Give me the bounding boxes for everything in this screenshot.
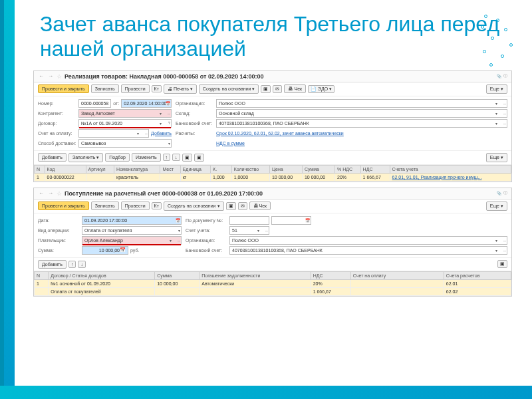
print-button[interactable]: 🖨 Печать ▾	[164, 84, 197, 94]
attach-icon-2[interactable]: 📎	[497, 191, 501, 196]
dt-kt-button-2[interactable]: Кт	[152, 202, 162, 209]
extra-btn-2-1[interactable]: ▣	[226, 202, 236, 210]
col-vat[interactable]: НДС	[360, 165, 390, 173]
nav-fwd-icon[interactable]: →	[47, 73, 54, 80]
grid-fill-button[interactable]: Заполнить ▾	[68, 153, 103, 162]
calc-link[interactable]: Срок 02.10.2020, 62.01, 62.02, зачет ава…	[216, 131, 507, 136]
col-unit[interactable]: Единица	[180, 165, 210, 173]
table-row[interactable]: 1 00-00000022 краситель кг 1,000 1,0000 …	[35, 173, 511, 181]
post-button[interactable]: Провести	[121, 84, 150, 93]
nav-fwd-icon-2[interactable]: →	[47, 190, 54, 197]
help-icon-2[interactable]: ⓘ	[503, 190, 507, 196]
grid-up-button-2[interactable]: ↑	[68, 261, 76, 268]
col2-contract[interactable]: Договор / Статья доходов	[49, 271, 155, 279]
col-art[interactable]: Артикул	[86, 165, 114, 173]
grid-pick-button[interactable]: Подбор	[105, 153, 130, 162]
bank-input[interactable]: 40703810013810100368, ПАО СБЕРБАНК▾⋅⋅	[216, 119, 507, 128]
contragent-value: Завод Автосвет	[81, 111, 115, 116]
grid-down-button-2[interactable]: ↓	[78, 261, 86, 268]
write-button[interactable]: Записать	[91, 84, 119, 93]
table-row[interactable]: Оплата от покупателей 1 666,67 62.02	[35, 287, 511, 295]
grid-paste-button[interactable]: ▣	[194, 154, 204, 162]
grid-extra-button[interactable]: ▣	[497, 260, 507, 268]
col-vatp[interactable]: % НДС	[335, 165, 361, 173]
org-input-2[interactable]: Полюс ООО▾⋅⋅	[229, 236, 507, 245]
docdate-input[interactable]: 📅	[271, 216, 311, 225]
col-code[interactable]: Код	[45, 165, 86, 173]
more-button[interactable]: Еще ▾	[486, 84, 507, 94]
calendar-icon[interactable]: 📅	[166, 101, 170, 106]
lbl-delivery: Способ доставки:	[38, 141, 74, 146]
grid-more-button[interactable]: Еще ▾	[486, 153, 507, 162]
grid-change-button[interactable]: Изменить	[132, 153, 161, 162]
delivery-input[interactable]: Самовывоз▾	[78, 139, 172, 148]
extra-btn-1[interactable]: ▣	[261, 85, 271, 93]
cell-vat: 1 666,67	[360, 173, 390, 181]
grid-up-button[interactable]: ↑	[163, 154, 171, 161]
cell2b-contract: Оплата от покупателей	[49, 287, 155, 295]
date-input-2[interactable]: 01.09.2020 17:00:00📅	[82, 216, 182, 225]
grid-add-button[interactable]: Добавить	[38, 153, 66, 162]
edo-button[interactable]: 📄 ЭДО ▾	[308, 85, 334, 93]
col-sum[interactable]: Сумма	[302, 165, 334, 173]
col2-vat[interactable]: НДС	[311, 271, 350, 279]
date-input[interactable]: 02.09.2020 14:00:00📅	[121, 99, 172, 108]
warehouse-input[interactable]: Основной склад▾⋅⋅	[216, 109, 507, 118]
table-row[interactable]: 1 №1 основной от 01.09.2020 10 000,00 Ав…	[35, 279, 511, 287]
col-price[interactable]: Цена	[269, 165, 302, 173]
more-button-2[interactable]: Еще ▾	[486, 201, 507, 211]
col2-accounts[interactable]: Счета расчетов	[444, 271, 511, 279]
lbl-org: Организация:	[176, 101, 212, 106]
contragent-input[interactable]: Завод Автосвет▾⋅⋅	[78, 109, 172, 118]
col-k[interactable]: К.	[211, 165, 232, 173]
col2-invoice[interactable]: Счет на оплату	[350, 271, 444, 279]
check-button-2[interactable]: 🖶 Чек	[249, 201, 271, 210]
docnum-input[interactable]	[229, 216, 269, 225]
cell2b-sum	[155, 287, 200, 295]
email-button[interactable]: ✉	[273, 85, 282, 93]
create-based-button-2[interactable]: Создать на основании ▾	[164, 201, 224, 211]
bank-input-2[interactable]: 40703810013810100368, ПАО СБЕРБАНК▾⋅⋅	[229, 246, 507, 255]
invoice-input[interactable]: ▾⋅⋅	[78, 129, 149, 138]
grid-down-button[interactable]: ↓	[172, 154, 180, 161]
fill-label: Заполнить	[72, 155, 95, 160]
cell-acc[interactable]: 62.01, 91.01, Реализация прочего имущ...	[392, 175, 482, 180]
star-icon-2[interactable]: ☆	[57, 190, 62, 197]
check-button[interactable]: 🖶 Чек	[284, 84, 306, 93]
doc1-header: ← → ☆ Реализация товаров: Накладная 0000…	[34, 71, 511, 82]
calendar-icon-2[interactable]: 📅	[176, 218, 180, 223]
attach-icon[interactable]: 📎	[497, 74, 501, 78]
post-close-button[interactable]: Провести и закрыть	[38, 84, 89, 93]
col-qty[interactable]: Количество	[231, 165, 269, 173]
acc-input[interactable]: 51▾⋅⋅	[229, 226, 269, 235]
op-input[interactable]: Оплата от покупателя▾	[82, 226, 182, 235]
grid-copy-button[interactable]: ▣	[182, 154, 192, 162]
number-input[interactable]: 0000-000058	[78, 99, 111, 108]
contract-input[interactable]: №1А от 01.09.2020▾?	[78, 119, 172, 128]
nav-back-icon[interactable]: ←	[38, 73, 45, 80]
dt-kt-button[interactable]: Кт	[152, 85, 162, 92]
star-icon[interactable]: ☆	[57, 73, 62, 80]
post-button-2[interactable]: Провести	[121, 201, 150, 210]
col-acc[interactable]: Счета учета	[390, 165, 511, 173]
sum-input[interactable]: 10 000,00 📅	[82, 246, 128, 255]
vat-link[interactable]: НДС в сумме	[216, 141, 507, 146]
lbl-bank: Банковский счет:	[176, 121, 212, 126]
col-n[interactable]: N	[35, 165, 45, 173]
col2-sum[interactable]: Сумма	[155, 271, 200, 279]
col2-repay[interactable]: Погашение задолженности	[200, 271, 311, 279]
col2-n[interactable]: N	[35, 271, 49, 279]
grid-add-button-2[interactable]: Добавить	[38, 260, 66, 269]
col-place[interactable]: Мест	[160, 165, 180, 173]
nav-back-icon-2[interactable]: ←	[38, 190, 45, 197]
post-close-button-2[interactable]: Провести и закрыть	[38, 201, 89, 210]
add-invoice-link[interactable]: Добавить	[151, 131, 172, 136]
cell2-contract: №1 основной от 01.09.2020	[49, 279, 155, 287]
help-icon[interactable]: ⓘ	[503, 73, 507, 79]
payer-input[interactable]: Орлов Александр▾⋅⋅	[82, 236, 182, 245]
org-input[interactable]: Полюс ООО▾⋅⋅	[216, 99, 507, 108]
email-button-2[interactable]: ✉	[238, 202, 247, 210]
create-based-button[interactable]: Создать на основании ▾	[199, 84, 259, 94]
col-nom[interactable]: Номенклатура	[114, 165, 160, 173]
write-button-2[interactable]: Записать	[91, 201, 119, 210]
